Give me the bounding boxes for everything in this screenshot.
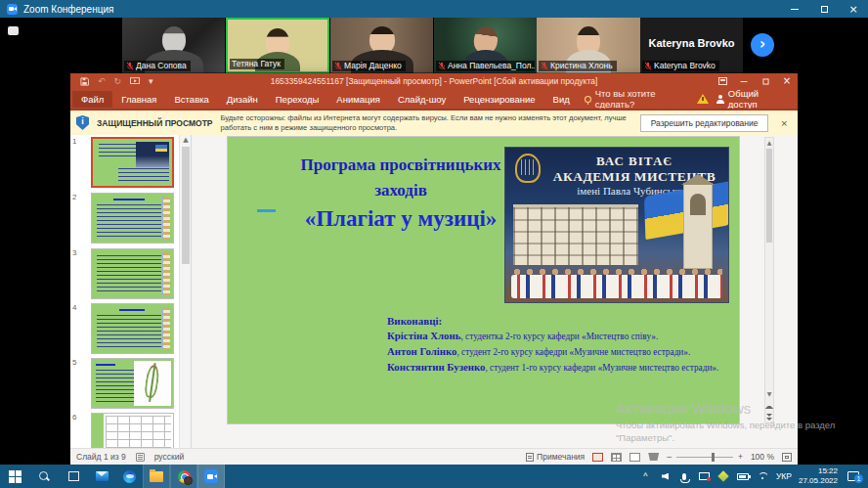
editing-area-scrollbar[interactable]: ▲ ▼ xyxy=(764,137,774,423)
mini-clef-image xyxy=(134,361,171,406)
start-slideshow-icon[interactable] xyxy=(130,77,140,85)
next-slide-button[interactable] xyxy=(765,411,773,422)
close-icon: × xyxy=(848,4,857,15)
participant-tile-3[interactable]: Марія Даценко xyxy=(330,18,433,73)
notes-button[interactable]: Примечания xyxy=(526,452,585,462)
enable-editing-button[interactable]: Разрешить редактирование xyxy=(640,114,769,132)
qat-customize-dropdown-icon[interactable]: ▾ xyxy=(149,77,153,86)
slide-thumbnail-2[interactable]: 2 xyxy=(83,193,174,244)
ppt-close-button[interactable]: × xyxy=(776,73,798,89)
minimize-icon xyxy=(791,9,799,10)
search-button[interactable] xyxy=(29,465,59,488)
zoom-camera-icon xyxy=(204,469,218,483)
share-button[interactable]: Общий доступ xyxy=(716,88,790,110)
search-icon xyxy=(39,471,50,482)
slide-thumbnail-6[interactable]: 6 xyxy=(83,413,174,448)
performer-row: Антон Голінко, студент 2-го курсу кафедр… xyxy=(387,344,731,360)
scrollbar-thumb[interactable] xyxy=(766,149,772,243)
zoom-app-button[interactable] xyxy=(197,465,225,488)
fit-to-window-button[interactable] xyxy=(782,453,792,462)
reading-view-button[interactable] xyxy=(629,453,640,462)
ribbon-display-options-button[interactable] xyxy=(712,73,733,89)
tab-slideshow[interactable]: Слайд-шоу xyxy=(389,91,455,108)
slide-sorter-view-button[interactable] xyxy=(611,453,622,462)
screen-share-tray-button[interactable] xyxy=(698,469,711,483)
participant-name: Kateryna Brovko xyxy=(654,61,716,71)
action-center-button[interactable]: 1 xyxy=(845,469,862,483)
start-button[interactable] xyxy=(0,465,29,488)
slide-thumbnail-4[interactable]: 4 xyxy=(83,303,174,354)
undo-icon[interactable]: ↶ xyxy=(98,77,106,86)
tab-home[interactable]: Главная xyxy=(112,91,165,108)
antivirus-tray-button[interactable] xyxy=(717,469,730,483)
participant-tile-2-active-speaker[interactable]: Тетяна Гатук xyxy=(226,18,329,73)
activation-warning-icon[interactable] xyxy=(697,94,709,104)
scroll-up-icon[interactable]: ▲ xyxy=(180,135,192,145)
chrome-app-button[interactable] xyxy=(170,465,197,488)
tab-insert[interactable]: Вставка xyxy=(166,91,218,108)
mini-text-lines xyxy=(97,315,163,348)
microphone-tray-button[interactable] xyxy=(678,469,691,483)
performer-name: Антон Голінко xyxy=(387,345,456,357)
zoom-level-label[interactable]: 100 % xyxy=(751,452,774,462)
maximize-button[interactable] xyxy=(809,0,839,18)
ppt-restore-button[interactable] xyxy=(755,73,776,89)
thumbnail-preview xyxy=(91,193,174,244)
scroll-up-icon[interactable]: ▲ xyxy=(765,138,773,148)
redo-icon[interactable]: ↻ xyxy=(114,77,122,86)
tab-animations[interactable]: Анимация xyxy=(327,91,389,108)
zoom-slider-thumb[interactable] xyxy=(712,453,715,462)
close-button[interactable]: × xyxy=(839,0,868,18)
view-options-icon[interactable] xyxy=(8,26,19,35)
language-indicator[interactable]: русский xyxy=(154,452,185,462)
slide-thumbnail-5[interactable]: 5 xyxy=(83,358,174,409)
volume-button[interactable] xyxy=(659,469,672,483)
tray-expand-chevron[interactable]: ^ xyxy=(639,469,652,483)
maximize-icon xyxy=(821,6,828,13)
slide-thumbnail-1[interactable]: 1 xyxy=(83,137,174,188)
performers-heading: Виконавці: xyxy=(387,314,731,329)
mail-app-button[interactable] xyxy=(88,465,115,488)
previous-slide-button[interactable] xyxy=(765,399,773,411)
task-view-button[interactable] xyxy=(59,465,88,488)
file-explorer-button[interactable] xyxy=(143,465,170,488)
scrollbar-thumb[interactable] xyxy=(182,147,190,264)
protected-view-close-icon[interactable]: × xyxy=(776,118,792,128)
screen: Zoom Конференция × Дана Сопова Тетяна Га… xyxy=(0,0,868,488)
ppt-minimize-button[interactable] xyxy=(733,73,755,89)
tab-file[interactable]: Файл xyxy=(72,91,112,108)
clock[interactable]: 15:22 27.05.2022 xyxy=(799,466,838,486)
thumbnail-scrollbar[interactable]: ▲ xyxy=(179,135,191,448)
participant-tile-4[interactable]: Анна Павельева_Пол... xyxy=(434,18,537,73)
shield-icon xyxy=(76,115,89,130)
tab-design[interactable]: Дизайн xyxy=(218,91,267,108)
participant-tile-1[interactable]: Дана Сопова xyxy=(122,18,225,73)
edge-app-button[interactable] xyxy=(115,465,143,488)
accessibility-check-icon[interactable] xyxy=(136,453,145,462)
zoom-in-button[interactable]: + xyxy=(738,452,743,462)
normal-view-button[interactable] xyxy=(592,453,603,462)
tab-review[interactable]: Рецензирование xyxy=(455,91,543,108)
language-switcher[interactable]: УКР xyxy=(776,471,792,481)
tab-transitions[interactable]: Переходы xyxy=(267,91,328,108)
zoom-window-controls: × xyxy=(780,0,868,18)
scroll-down-icon[interactable]: ▼ xyxy=(765,389,773,399)
slide-thumbnail-3[interactable]: 3 xyxy=(83,248,174,299)
participant-tile-6-no-video[interactable]: Kateryna Brovko Kateryna Brovko xyxy=(640,18,743,73)
slide-number: 5 xyxy=(72,358,76,367)
next-participants-button[interactable]: › xyxy=(751,33,774,57)
participant-tile-5[interactable]: Кристина Хлонь xyxy=(537,18,640,73)
network-tray-button[interactable] xyxy=(757,469,769,483)
battery-tray-button[interactable] xyxy=(737,469,750,483)
zoom-slider-track[interactable] xyxy=(676,457,733,458)
tell-me-box[interactable]: Что вы хотите сделать? xyxy=(579,88,697,110)
minimize-button[interactable] xyxy=(780,0,809,18)
ppt-window-controls: × xyxy=(712,73,798,89)
slideshow-view-button[interactable] xyxy=(648,453,659,461)
tab-view[interactable]: Вид xyxy=(544,91,579,108)
save-icon[interactable] xyxy=(80,77,89,86)
zoom-titlebar: Zoom Конференция × xyxy=(0,0,868,18)
zoom-out-button[interactable]: – xyxy=(667,452,672,462)
performer-name: Констянтин Бузенко xyxy=(387,361,485,373)
thumbnail-preview xyxy=(91,137,174,188)
